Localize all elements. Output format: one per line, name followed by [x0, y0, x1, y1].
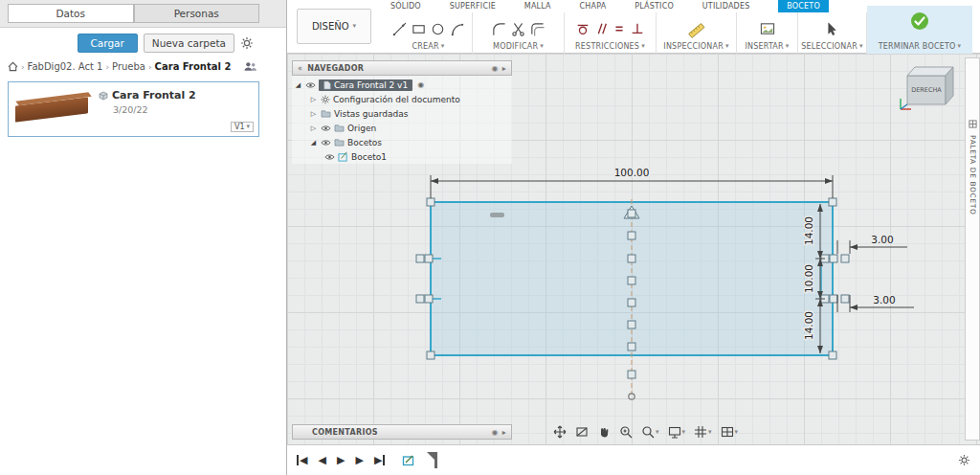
tree-row-doc-settings[interactable]: ▷ Configuración del documento	[292, 92, 512, 106]
dim-right-top[interactable]: 14.00	[803, 216, 814, 245]
design-menu-button[interactable]: DISEÑO ▾	[297, 9, 371, 44]
eye-icon[interactable]	[324, 153, 335, 161]
wood-plank-image	[15, 97, 88, 122]
tree-row-origin[interactable]: ▷ Origen	[292, 121, 512, 135]
crear-dropdown[interactable]: CREAR▾	[412, 42, 445, 51]
target-dot-icon[interactable]: ◉	[491, 428, 498, 437]
parallel-constraint-icon[interactable]	[593, 21, 609, 36]
tree-row-root[interactable]: ◢ Cara Frontal 2 v1 ◉	[292, 78, 512, 92]
activate-radio-icon[interactable]: ◉	[417, 80, 424, 89]
expand-open-icon[interactable]: ◢	[294, 81, 302, 89]
tab-plastico[interactable]: PLÁSTICO	[635, 0, 674, 12]
version-badge[interactable]: V1 ▾	[231, 122, 254, 132]
insert-image-icon[interactable]	[759, 21, 776, 37]
breadcrumb-item-project[interactable]: FabDig02. Act 1	[28, 61, 103, 72]
sketch-palette-tab[interactable]: PALETA DE BOCETO	[965, 57, 980, 441]
tab-boceto[interactable]: BOCETO	[778, 0, 829, 12]
measure-ruler-icon[interactable]	[687, 20, 705, 38]
timeline-step-forward-button[interactable]: ▶	[355, 455, 363, 465]
perpendicular-constraint-icon[interactable]	[630, 21, 645, 36]
panel-arrow-icon[interactable]: ▸	[502, 428, 506, 437]
tree-label: Boceto1	[351, 152, 387, 162]
people-share-icon[interactable]	[243, 61, 257, 72]
root-component-chip[interactable]: Cara Frontal 2 v1	[319, 79, 412, 91]
new-folder-button[interactable]: Nueva carpeta	[144, 34, 234, 53]
timeline-skip-end-button[interactable]: ▶	[374, 455, 385, 465]
restricciones-dropdown[interactable]: RESTRICCIONES▾	[575, 42, 645, 51]
collapse-icon[interactable]: «	[298, 64, 302, 73]
select-cursor-icon[interactable]	[824, 21, 840, 37]
arc-tool-icon[interactable]	[449, 21, 465, 37]
tab-superficie[interactable]: SUPERFICIE	[450, 0, 496, 12]
view-cube[interactable]: DERECHA	[898, 58, 959, 112]
navigator-header[interactable]: « NAVEGADOR ◉ ▸	[292, 60, 512, 76]
viewports-icon[interactable]: ▾	[721, 425, 739, 439]
trim-scissors-icon[interactable]	[510, 21, 526, 37]
expand-closed-icon[interactable]: ▷	[309, 124, 318, 132]
offset-tool-icon[interactable]	[529, 21, 546, 37]
inspeccionar-dropdown[interactable]: INSPECCIONAR▾	[663, 42, 728, 51]
group-insertar: INSERTAR▾	[737, 12, 798, 54]
circle-tool-icon[interactable]	[430, 21, 446, 37]
dim-offset-1-value[interactable]: 3.00	[871, 234, 893, 245]
caret-down-icon: ▾	[735, 429, 739, 436]
modificar-dropdown[interactable]: MODIFICAR▾	[493, 42, 544, 51]
tab-utilidades[interactable]: UTILIDADES	[702, 0, 750, 12]
equal-constraint-icon[interactable]	[612, 21, 627, 36]
finish-sketch-button[interactable]: TERMINAR BOCETO▾	[867, 6, 972, 54]
tab-personas[interactable]: Personas	[134, 4, 260, 23]
dim-width-value[interactable]: 100.00	[614, 167, 650, 178]
dim-offset-2-value[interactable]: 3.00	[873, 294, 895, 305]
expand-open-icon[interactable]: ◢	[309, 139, 318, 147]
breadcrumb-item-folder[interactable]: Prueba	[112, 61, 145, 72]
tree-row-sketch1[interactable]: Boceto1	[292, 149, 512, 164]
tree-label: Configuración del documento	[333, 95, 460, 104]
tangent-constraint-icon[interactable]	[575, 21, 590, 36]
caret-down-icon: ▾	[708, 429, 712, 436]
comments-header[interactable]: COMENTARIOS ◉ ▸	[292, 424, 512, 440]
caret-down-icon: ▾	[641, 43, 645, 50]
pan-hand-icon[interactable]	[597, 425, 611, 439]
timeline-play-button[interactable]: ▶	[337, 455, 345, 465]
panel-settings-gear-icon[interactable]	[240, 36, 254, 50]
tree-row-saved-views[interactable]: ▷ Vistas guardadas	[292, 106, 512, 121]
expand-closed-icon[interactable]: ▷	[309, 96, 318, 103]
line-tool-icon[interactable]	[391, 21, 408, 37]
look-at-icon[interactable]	[575, 425, 589, 439]
chevron-sep-icon: ›	[148, 62, 152, 72]
dim-right-bottom[interactable]: 14.00	[803, 311, 814, 340]
rectangle-tool-icon[interactable]	[411, 21, 427, 37]
tab-datos[interactable]: Datos	[8, 4, 134, 23]
target-dot-icon[interactable]: ◉	[491, 64, 498, 73]
zoom-icon[interactable]	[619, 425, 633, 439]
tab-solido[interactable]: SÓLIDO	[390, 0, 421, 12]
tab-malla[interactable]: MALLA	[524, 0, 551, 12]
zoom-window-icon[interactable]: ▾	[641, 425, 659, 439]
viewport-canvas[interactable]: 100.00 14.00 10.00 14.00	[287, 54, 980, 444]
settings-gear-icon	[321, 95, 330, 104]
timeline-position-marker[interactable]	[426, 452, 437, 469]
file-card[interactable]: Cara Frontal 2 3/20/22 V1 ▾	[8, 81, 259, 137]
home-icon[interactable]	[8, 61, 18, 72]
timeline-sketch-feature-icon[interactable]	[402, 454, 414, 466]
seleccionar-dropdown[interactable]: SELECCIONAR▾	[801, 42, 862, 51]
insertar-dropdown[interactable]: INSERTAR▾	[745, 42, 789, 51]
eye-icon[interactable]	[305, 81, 316, 89]
expand-closed-icon[interactable]: ▷	[309, 110, 318, 118]
dim-right-mid[interactable]: 10.00	[803, 264, 814, 293]
navigator-tree: ◢ Cara Frontal 2 v1 ◉ ▷ Configuración de…	[292, 76, 512, 164]
fit-view-icon[interactable]	[553, 425, 567, 439]
fillet-tool-icon[interactable]	[491, 21, 507, 37]
timeline-settings-gear-icon[interactable]	[958, 454, 970, 466]
timeline-skip-start-button[interactable]: ◀	[297, 455, 307, 465]
timeline-step-back-button[interactable]: ◀	[318, 455, 325, 465]
display-settings-icon[interactable]: ▾	[668, 425, 686, 439]
main-area: DISEÑO ▾ SÓLIDO SUPERFICIE MALLA CHAPA P…	[287, 0, 980, 475]
panel-arrow-icon[interactable]: ▸	[502, 64, 506, 73]
upload-button[interactable]: Cargar	[78, 34, 138, 53]
grid-settings-icon[interactable]: ▾	[694, 425, 712, 439]
eye-icon[interactable]	[321, 124, 331, 132]
tree-row-sketches[interactable]: ◢ Bocetos	[292, 135, 512, 149]
eye-icon[interactable]	[321, 139, 331, 147]
tab-chapa[interactable]: CHAPA	[580, 0, 607, 12]
